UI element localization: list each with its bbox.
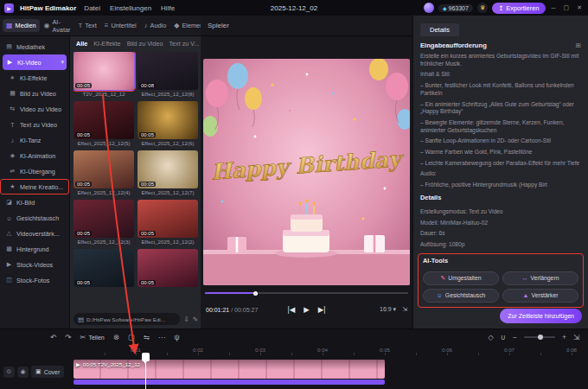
- redo-button[interactable]: ↷: [65, 333, 71, 341]
- snap-button[interactable]: ∪: [501, 333, 506, 341]
- thumbnail-effect-5[interactable]: 00:05: [74, 101, 134, 139]
- undo-button[interactable]: ↶: [50, 333, 56, 341]
- library-filter-tabs: Alle KI-Effekte Bild zu Video Text zu V.…: [70, 36, 201, 51]
- maximize-button[interactable]: ▢: [562, 4, 572, 11]
- sidebar-item-ki-animation[interactable]: ◈ KI-Animation: [0, 148, 69, 163]
- tab-medien[interactable]: ▦ Medien: [3, 19, 40, 32]
- player-header: Spieler: [201, 16, 412, 36]
- playhead[interactable]: [145, 354, 146, 389]
- progress-knob[interactable]: [253, 291, 258, 296]
- sidebar-item-ki-bild[interactable]: ◪ KI-Bild: [0, 194, 69, 210]
- sidebar-item-video-zu-video[interactable]: ⇆ Video zu Video: [0, 101, 69, 117]
- crop-button[interactable]: ▢: [128, 333, 135, 341]
- import-icon[interactable]: ⇩: [183, 316, 189, 323]
- sidebar-item-stock-fotos[interactable]: ◫ Stock-Fotos: [0, 272, 69, 288]
- export-icon: ↥: [498, 4, 503, 12]
- dance-icon: ♪: [9, 137, 16, 143]
- cover-button[interactable]: ▣ Cover: [31, 366, 64, 378]
- copy-icon[interactable]: ⊞: [576, 41, 581, 50]
- thumbnail-effect-2[interactable]: 00:05: [137, 200, 198, 238]
- sidebar-item-gesichtstausch[interactable]: ☺ Gesichtstausch: [0, 210, 69, 226]
- tab-audio[interactable]: ♪ Audio: [141, 19, 170, 32]
- fullscreen-icon[interactable]: ⇲: [402, 306, 407, 313]
- menu-hilfe[interactable]: Hilfe: [159, 4, 176, 12]
- sidebar-item-meine-kreationen[interactable]: ★ Meine Kreatio...: [0, 179, 69, 194]
- menu-einstellungen[interactable]: Einstellungen: [108, 4, 153, 12]
- thumbnail-row5-right[interactable]: 00:05: [137, 249, 198, 287]
- sidebar-item-label: Video zu Video: [20, 105, 61, 113]
- thumbnail-effect-8[interactable]: 00:08: [137, 52, 198, 90]
- sidebar-item-ki-effekte[interactable]: ∗ KI-Effekte: [0, 70, 69, 86]
- sidebar-item-ki-uebergang[interactable]: ⇌ KI-Übergang: [0, 163, 69, 179]
- timeline-clip-t2v-2025-12-12[interactable]: ▶ 00:05 T2V_2025_12_12: [74, 360, 385, 379]
- tab-details[interactable]: Details: [420, 23, 459, 36]
- thumbnail-effect-3[interactable]: 00:05: [74, 200, 134, 238]
- filter-tab-bild-zu-video[interactable]: Bild zu Video: [127, 40, 163, 48]
- add-to-timeline-button[interactable]: Zur Zeitleiste hinzufügen: [500, 309, 582, 323]
- split-button[interactable]: ✂ Teilen: [80, 333, 104, 341]
- tab-audio-label: Audio: [150, 22, 167, 29]
- record-voice-button[interactable]: ψ: [174, 333, 179, 341]
- mirror-button[interactable]: ⇋: [144, 333, 150, 341]
- playback-progress-bar[interactable]: [205, 292, 408, 294]
- menu-datei[interactable]: Datei: [82, 4, 102, 12]
- filter-tab-ki-effekte[interactable]: KI-Effekte: [93, 40, 120, 48]
- zoom-slider[interactable]: [524, 336, 555, 338]
- fit-timeline-button[interactable]: ⇲: [573, 333, 579, 341]
- tab-ai-avatar[interactable]: ◉ AI-Avatar: [41, 16, 74, 36]
- delete-button[interactable]: ⊗: [113, 333, 119, 341]
- user-avatar[interactable]: [424, 3, 434, 13]
- close-button[interactable]: ✕: [575, 4, 584, 11]
- minimize-button[interactable]: ─: [550, 5, 558, 11]
- thumbnail-effect-7[interactable]: 00:05: [137, 150, 198, 188]
- zoom-slider-knob[interactable]: [538, 335, 543, 340]
- thumbnail-t2v-2025-12-12[interactable]: 00:05: [74, 52, 134, 90]
- sidebar-item-videoverstaerker[interactable]: △ Videoverstärk...: [0, 226, 69, 241]
- toggle-track-visibility-button[interactable]: ◉: [17, 367, 29, 378]
- verlaengern-button[interactable]: ↔ Verlängern: [502, 271, 578, 285]
- verstaerker-button[interactable]: ▲ Verstärker: [502, 289, 578, 303]
- sidebar-item-hintergrund[interactable]: ▩ Hintergrund: [0, 241, 69, 257]
- sidebar-item-label: KI-Effekte: [20, 74, 47, 82]
- vip-badge[interactable]: ♛: [477, 3, 488, 13]
- user-id-badge[interactable]: ◆ 963307: [438, 4, 473, 12]
- gesichtstausch-button[interactable]: ☺ Gesichtstausch: [423, 289, 499, 303]
- next-frame-button[interactable]: ▶|: [318, 305, 326, 314]
- sidebar-item-ki-tanz[interactable]: ♪ KI-Tanz: [0, 132, 69, 148]
- sidebar-item-mediathek[interactable]: ▤ Mediathek: [0, 39, 69, 54]
- lock-track-button[interactable]: ⊙: [3, 367, 15, 378]
- media-folder-path[interactable]: ▤ D:/HitPaw Software/HitPaw Edi...: [74, 313, 180, 325]
- sidebar-item-stock-videos[interactable]: ▶ Stock-Videos: [0, 257, 69, 272]
- thumbnail-effect-4[interactable]: 00:05: [74, 150, 134, 188]
- edit-path-icon[interactable]: ✎: [193, 316, 198, 323]
- previous-frame-button[interactable]: |◀: [287, 305, 295, 314]
- ruler-label: 0:05: [380, 347, 390, 353]
- tab-untertitel[interactable]: ≡ Untertitel: [101, 19, 140, 32]
- playhead-handle[interactable]: [142, 353, 150, 361]
- video-preview[interactable]: Happy Birthday: [203, 59, 410, 285]
- sidebar-item-ki-video[interactable]: ▶ KI-Video ▾: [3, 54, 67, 70]
- enhance-icon: ▲: [523, 291, 529, 299]
- thumbnail-row5-left[interactable]: 00:05: [74, 249, 134, 287]
- umgestalten-button[interactable]: ✎ Umgestalten: [423, 271, 499, 285]
- style-point: – Bunter, festlicher Look mit Konfetti, …: [420, 82, 581, 97]
- text-to-video-icon: T: [9, 122, 16, 128]
- filter-tab-text-zu-video[interactable]: Text zu V...: [169, 40, 199, 48]
- tab-text[interactable]: T Text: [74, 19, 99, 32]
- clip-audio-track[interactable]: [74, 379, 385, 385]
- filter-tab-alle[interactable]: Alle: [76, 40, 87, 48]
- sidebar-item-bild-zu-video[interactable]: ▦ Bild zu Video: [0, 86, 69, 101]
- play-button[interactable]: ▶: [304, 305, 310, 314]
- more-tools-button[interactable]: ⋯: [158, 333, 166, 341]
- aspect-ratio-select[interactable]: 16:9 ▾: [380, 306, 396, 313]
- style-point: – Ein animierter Schriftzug „Alles Gute …: [420, 101, 581, 116]
- export-button[interactable]: ↥ Exportieren: [492, 3, 546, 14]
- thumbnail-effect-6[interactable]: 00:05: [137, 101, 198, 139]
- zoom-in-button[interactable]: +: [562, 333, 566, 341]
- keyframe-button[interactable]: ◇: [488, 333, 494, 341]
- sidebar-item-text-zu-video[interactable]: T Text zu Video: [0, 117, 69, 132]
- style-point: – Leichte Kamerabewegung oder Parallax-E…: [420, 160, 581, 168]
- zoom-out-button[interactable]: −: [513, 333, 517, 341]
- duration-badge: 00:05: [139, 132, 156, 137]
- timeline-ruler[interactable]: 0:01 0:02 0:03 0:04 0:05 0:06 0:07 0:08: [0, 345, 588, 356]
